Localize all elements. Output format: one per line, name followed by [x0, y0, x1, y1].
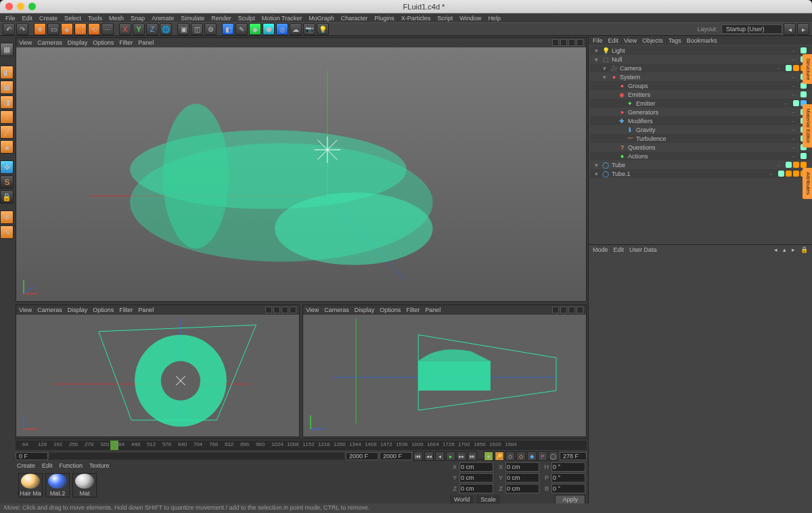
- coord-scale[interactable]: Scale: [476, 495, 500, 504]
- obj-menu-objects[interactable]: Objects: [642, 37, 663, 44]
- mat-tab-function[interactable]: Function: [59, 462, 83, 469]
- tree-item-tube[interactable]: ▾◯Tube··: [590, 160, 811, 169]
- minimize-icon[interactable]: [17, 3, 24, 10]
- obj-menu-tags[interactable]: Tags: [669, 37, 681, 44]
- z-axis-toggle[interactable]: Z: [146, 23, 158, 35]
- redo-button[interactable]: ↷: [16, 23, 28, 35]
- vp-menu-options[interactable]: Options: [93, 39, 114, 46]
- timeline-range[interactable]: [49, 453, 344, 460]
- generator-array[interactable]: ⬢: [263, 23, 275, 35]
- dock-tab-material-editor[interactable]: Material Editor: [803, 104, 812, 148]
- material-swatch[interactable]: Mat: [72, 473, 97, 497]
- vp-menu-display[interactable]: Display: [355, 307, 375, 313]
- generator-null[interactable]: ◆: [249, 23, 261, 35]
- pos-z[interactable]: [459, 484, 493, 493]
- menu-help[interactable]: Help: [485, 15, 503, 22]
- menu-select[interactable]: Select: [62, 15, 84, 22]
- mat-tab-create[interactable]: Create: [17, 462, 35, 469]
- layout-next[interactable]: ▸: [797, 23, 809, 35]
- render-region[interactable]: ◫: [191, 23, 203, 35]
- menu-mograph[interactable]: MoGraph: [306, 15, 337, 22]
- material-swatch[interactable]: Mat.2: [45, 473, 70, 497]
- tree-item-actions[interactable]: ●Actions··: [590, 152, 811, 160]
- tag-icon[interactable]: [793, 171, 799, 177]
- vp-menu-filter[interactable]: Filter: [406, 307, 420, 313]
- prev-key-button[interactable]: ◂◂: [424, 451, 434, 461]
- obj-menu-edit[interactable]: Edit: [608, 37, 618, 44]
- menu-character[interactable]: Character: [338, 15, 371, 22]
- size-y[interactable]: [505, 473, 539, 483]
- vp-menu-view[interactable]: View: [306, 307, 319, 313]
- enable-axis[interactable]: ✥: [0, 160, 14, 174]
- menu-animate[interactable]: Animate: [149, 15, 177, 22]
- x-axis-toggle[interactable]: X: [119, 23, 131, 35]
- tag-icon[interactable]: [786, 65, 792, 71]
- tree-item-generators[interactable]: ●Generators··: [590, 108, 811, 116]
- environment[interactable]: ☁: [290, 23, 302, 35]
- tree-item-emitter[interactable]: ✦Emitter··: [590, 99, 811, 108]
- obj-menu-file[interactable]: File: [593, 37, 603, 44]
- y-axis-toggle[interactable]: Y: [133, 23, 145, 35]
- vp-icon[interactable]: [568, 39, 575, 46]
- tree-item-modifiers[interactable]: ✚Modifiers··: [590, 116, 811, 125]
- make-editable[interactable]: ▦: [0, 43, 14, 56]
- vp-menu-cameras[interactable]: Cameras: [324, 307, 349, 313]
- rotate-tool[interactable]: ⟲: [88, 23, 100, 35]
- enable-snap[interactable]: S: [0, 175, 14, 189]
- vp-menu-cameras[interactable]: Cameras: [37, 307, 62, 313]
- live-select-tool[interactable]: ◈: [61, 23, 73, 35]
- menu-simulate[interactable]: Simulate: [178, 15, 207, 22]
- menu-x-particles[interactable]: X-Particles: [399, 15, 434, 22]
- dock-tab-attributes[interactable]: Attributes: [803, 168, 812, 199]
- viewport-top[interactable]: ViewCamerasDisplayOptionsFilterPanel: [16, 305, 300, 437]
- texture-mode[interactable]: ▦: [0, 81, 14, 94]
- nav-fwd-icon[interactable]: ▸: [792, 246, 795, 253]
- vp-menu-panel[interactable]: Panel: [425, 307, 441, 313]
- vp-icon[interactable]: [560, 39, 567, 46]
- vp-menu-filter[interactable]: Filter: [119, 39, 133, 46]
- undo-button[interactable]: ↶: [3, 23, 15, 35]
- next-key-button[interactable]: ▸▸: [457, 451, 466, 461]
- vp-menu-view[interactable]: View: [19, 39, 32, 46]
- timeline[interactable]: 6412819225627832038444851257664070476883…: [14, 439, 588, 459]
- tree-item-turbulence[interactable]: 〰Turbulence··: [590, 134, 811, 143]
- goto-start-button[interactable]: ⏮: [413, 451, 423, 461]
- primitive-cube[interactable]: ◧: [222, 23, 234, 35]
- poly-mode[interactable]: ▲: [0, 140, 14, 154]
- vp-menu-view[interactable]: View: [19, 307, 32, 313]
- frame-end[interactable]: 2000 F: [380, 452, 412, 460]
- mat-tab-edit[interactable]: Edit: [42, 462, 53, 469]
- attr-menu-edit[interactable]: Edit: [613, 246, 624, 253]
- vp-menu-panel[interactable]: Panel: [138, 307, 154, 313]
- tag-icon[interactable]: [800, 47, 807, 53]
- pos-x[interactable]: [459, 462, 493, 472]
- tree-item-questions[interactable]: ?Questions··: [590, 143, 811, 152]
- vp-menu-filter[interactable]: Filter: [119, 307, 133, 313]
- tweak-mode[interactable]: ✎: [0, 225, 14, 239]
- move-tool[interactable]: ✥: [34, 23, 46, 35]
- frame-range-end[interactable]: 2000 F: [346, 452, 378, 460]
- menu-edit[interactable]: Edit: [20, 15, 36, 22]
- nav-back-icon[interactable]: ◂: [774, 246, 777, 253]
- camera-obj[interactable]: 📷: [303, 23, 315, 35]
- size-x[interactable]: [505, 462, 539, 472]
- apply-button[interactable]: Apply: [555, 495, 585, 504]
- tree-item-gravity[interactable]: ⬇Gravity··: [590, 125, 811, 134]
- menu-render[interactable]: Render: [208, 15, 234, 22]
- vp-menu-options[interactable]: Options: [380, 307, 401, 313]
- workplane-mode[interactable]: ◨: [0, 95, 14, 109]
- edge-mode[interactable]: ╱: [0, 125, 14, 139]
- render-settings[interactable]: ⚙: [204, 23, 217, 35]
- tree-item-null[interactable]: ▾⬚Null··: [590, 55, 811, 64]
- layout-prev[interactable]: ◂: [784, 23, 796, 35]
- tree-item-camera[interactable]: ▾🎥Camera··: [590, 64, 811, 72]
- point-mode[interactable]: ⋮: [0, 110, 14, 124]
- vp-icon[interactable]: [552, 39, 559, 46]
- menu-file[interactable]: File: [3, 15, 18, 22]
- key-pla[interactable]: ◯: [549, 451, 558, 461]
- rot-p[interactable]: [551, 473, 585, 483]
- autokey-button[interactable]: 🔑: [495, 451, 504, 461]
- play-button[interactable]: ▸: [446, 451, 455, 461]
- tag-icon[interactable]: [786, 171, 792, 177]
- tag-icon[interactable]: [793, 162, 799, 168]
